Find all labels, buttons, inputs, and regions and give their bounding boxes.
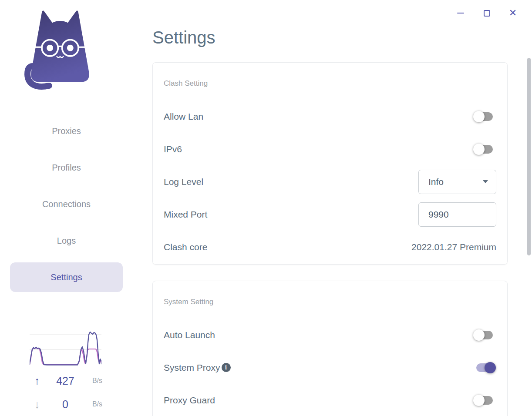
maximize-icon [484,10,490,17]
sidebar-item-connections[interactable]: Connections [10,186,123,222]
system-setting-card: System Setting Auto Launch System Proxy … [152,281,508,416]
system-proxy-label-text: System Proxy [164,362,220,373]
traffic-monitor: ↑ 427 B/s ↓ 0 B/s [26,329,102,413]
mixed-port-row: Mixed Port [164,198,496,231]
auto-launch-label: Auto Launch [164,330,215,340]
app-logo-cat-icon [17,6,103,91]
system-proxy-row: System Proxy i [164,351,496,384]
window-controls: ✕ [454,6,520,20]
close-button[interactable]: ✕ [506,6,520,20]
proxy-guard-toggle[interactable] [476,396,493,405]
scrollbar-thumb[interactable] [527,58,531,255]
mixed-port-label: Mixed Port [164,209,207,220]
proxy-guard-row: Proxy Guard [164,384,496,416]
sidebar-item-settings[interactable]: Settings [10,262,123,292]
upload-speed-unit: B/s [83,377,102,385]
settings-page: Settings Clash Setting Allow Lan IPv6 Lo… [152,27,508,416]
log-level-label: Log Level [164,177,203,187]
proxy-guard-label: Proxy Guard [164,395,215,406]
allow-lan-label: Allow Lan [164,111,203,122]
sidebar-item-profiles[interactable]: Profiles [10,149,123,186]
toggle-thumb [485,362,496,373]
minimize-icon [457,13,464,14]
toggle-thumb [473,329,485,341]
log-level-row: Log Level Info [164,165,496,198]
toggle-thumb [473,395,485,406]
log-level-select[interactable]: Info [418,170,496,194]
mixed-port-input[interactable] [418,202,496,227]
ipv6-label: IPv6 [164,144,182,154]
clash-core-label: Clash core [164,242,207,252]
upload-arrow-icon: ↑ [26,375,48,387]
allow-lan-row: Allow Lan [164,100,496,133]
log-level-selected-value: Info [428,177,444,187]
upload-speed-value: 427 [48,375,83,387]
traffic-sparkline-chart [30,329,101,366]
auto-launch-row: Auto Launch [164,319,496,351]
clash-setting-card: Clash Setting Allow Lan IPv6 Log Level I… [152,62,508,265]
sparkline-upload-series [30,332,101,365]
toggle-thumb [473,111,485,122]
system-proxy-label: System Proxy i [164,362,231,373]
close-icon: ✕ [509,8,517,18]
download-arrow-icon: ↓ [26,398,48,411]
maximize-button[interactable] [480,6,494,20]
toggle-thumb [473,144,485,155]
sidebar-nav: Proxies Profiles Connections Logs Settin… [10,113,123,295]
clash-setting-card-title: Clash Setting [164,63,496,100]
chevron-down-icon [483,180,488,183]
clash-core-version: 2022.01.27 Premium [411,242,496,252]
download-speed-row: ↓ 0 B/s [26,396,102,413]
download-speed-unit: B/s [83,400,102,408]
info-icon[interactable]: i [222,363,231,372]
system-proxy-toggle[interactable] [476,363,493,372]
page-title: Settings [152,27,508,48]
minimize-button[interactable] [454,6,468,20]
sidebar-item-logs[interactable]: Logs [10,222,123,259]
upload-speed-row: ↑ 427 B/s [26,372,102,389]
allow-lan-toggle[interactable] [476,112,493,121]
sidebar-item-proxies[interactable]: Proxies [10,113,123,149]
ipv6-row: IPv6 [164,133,496,165]
system-setting-card-title: System Setting [164,281,496,319]
auto-launch-toggle[interactable] [476,331,493,339]
download-speed-value: 0 [48,398,83,411]
clash-core-row: Clash core 2022.01.27 Premium [164,231,496,263]
sidebar: Proxies Profiles Connections Logs Settin… [0,0,133,416]
ipv6-toggle[interactable] [476,145,493,154]
